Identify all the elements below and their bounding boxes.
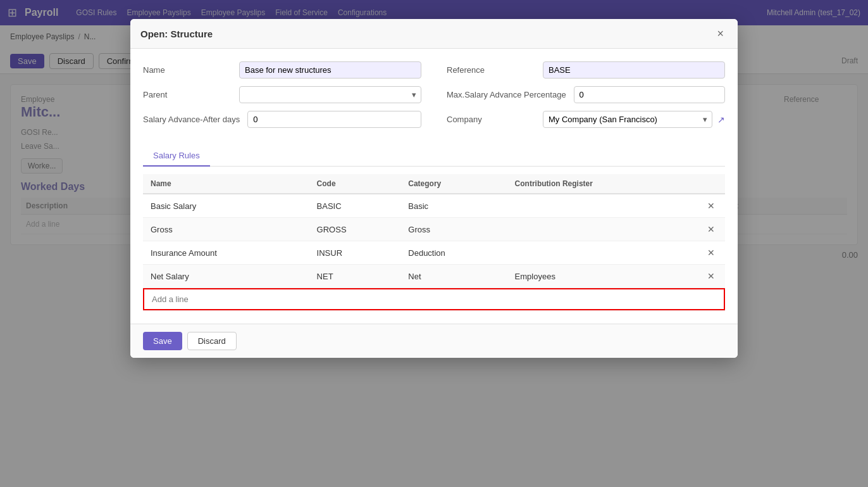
cell-category: Basic <box>400 194 507 218</box>
parent-select-wrapper: ▾ <box>239 86 421 103</box>
cell-code: INSUR <box>309 241 401 265</box>
modal-body: Name Parent ▾ <box>130 49 738 324</box>
cell-name: Insurance Amount <box>143 241 309 265</box>
company-field: Company My Company (San Francisco) ▾ ↗ <box>447 111 725 128</box>
parent-select[interactable] <box>239 86 421 103</box>
th-name: Name <box>143 174 309 194</box>
company-select[interactable]: My Company (San Francisco) <box>543 111 712 128</box>
cell-code: GROSS <box>309 218 401 241</box>
name-input[interactable] <box>239 61 421 79</box>
table-row: Gross GROSS Gross ✕ <box>143 218 725 241</box>
add-line-row <box>143 288 725 311</box>
cell-remove: ✕ <box>697 241 725 265</box>
table-row: Net Salary NET Net Employees ✕ <box>143 265 725 288</box>
add-line-cell <box>143 288 725 311</box>
cell-contribution <box>507 194 697 218</box>
max-salary-field: Max.Salary Advance Percentage <box>447 86 725 103</box>
salary-advance-label: Salary Advance-After days <box>143 115 240 124</box>
modal-save-button[interactable]: Save <box>143 332 182 350</box>
th-code: Code <box>309 174 401 194</box>
name-label: Name <box>143 65 232 75</box>
cell-category: Gross <box>400 218 507 241</box>
cell-code: BASIC <box>309 194 401 218</box>
modal-form: Name Parent ▾ <box>143 61 725 136</box>
remove-button[interactable]: ✕ <box>705 223 717 236</box>
salary-advance-field: Salary Advance-After days <box>143 111 421 128</box>
reference-field: Reference <box>447 61 725 79</box>
name-field: Name <box>143 61 421 79</box>
cell-category: Deduction <box>400 241 507 265</box>
cell-contribution <box>507 241 697 265</box>
reference-input[interactable] <box>543 61 725 79</box>
company-label: Company <box>447 115 535 124</box>
salary-advance-input[interactable] <box>247 111 421 128</box>
modal-header: Open: Structure × <box>130 19 738 49</box>
cell-category: Net <box>400 265 507 288</box>
table-row: Insurance Amount INSUR Deduction ✕ <box>143 241 725 265</box>
cell-remove: ✕ <box>697 194 725 218</box>
add-line-input[interactable] <box>143 288 725 310</box>
cell-contribution <box>507 218 697 241</box>
modal-tabs: Salary Rules <box>143 146 725 167</box>
modal-overlay: Open: Structure × Name Parent <box>0 0 868 487</box>
parent-label: Parent <box>143 90 232 99</box>
modal-title: Open: Structure <box>140 28 713 39</box>
close-button[interactable]: × <box>713 27 728 41</box>
cell-name: Basic Salary <box>143 194 309 218</box>
form-right: Reference Max.Salary Advance Percentage … <box>447 61 725 136</box>
modal-footer: Save Discard <box>130 324 738 358</box>
th-contribution: Contribution Register <box>507 174 697 194</box>
reference-label: Reference <box>447 65 535 75</box>
external-link-icon[interactable]: ↗ <box>717 115 725 125</box>
cell-name: Gross <box>143 218 309 241</box>
salary-rules-table: Name Code Category Contribution Register… <box>143 174 725 311</box>
company-select-wrapper: My Company (San Francisco) ▾ <box>543 111 712 128</box>
remove-button[interactable]: ✕ <box>705 246 717 259</box>
modal-discard-button[interactable]: Discard <box>187 332 237 350</box>
max-salary-input[interactable] <box>574 86 725 103</box>
table-header-row: Name Code Category Contribution Register <box>143 174 725 194</box>
modal-dialog: Open: Structure × Name Parent <box>130 19 738 358</box>
form-left: Name Parent ▾ <box>143 61 421 136</box>
cell-contribution: Employees <box>507 265 697 288</box>
table-row: Basic Salary BASIC Basic ✕ <box>143 194 725 218</box>
remove-button[interactable]: ✕ <box>705 270 717 282</box>
max-salary-label: Max.Salary Advance Percentage <box>447 90 566 99</box>
cell-remove: ✕ <box>697 218 725 241</box>
th-actions <box>697 174 725 194</box>
cell-name: Net Salary <box>143 265 309 288</box>
company-select-group: My Company (San Francisco) ▾ ↗ <box>543 111 725 128</box>
salary-rules-body: Basic Salary BASIC Basic ✕ Gross GROSS G… <box>143 194 725 311</box>
parent-field: Parent ▾ <box>143 86 421 103</box>
th-category: Category <box>400 174 507 194</box>
cell-remove: ✕ <box>697 265 725 288</box>
cell-code: NET <box>309 265 401 288</box>
tab-salary-rules[interactable]: Salary Rules <box>143 146 210 167</box>
remove-button[interactable]: ✕ <box>705 199 717 212</box>
